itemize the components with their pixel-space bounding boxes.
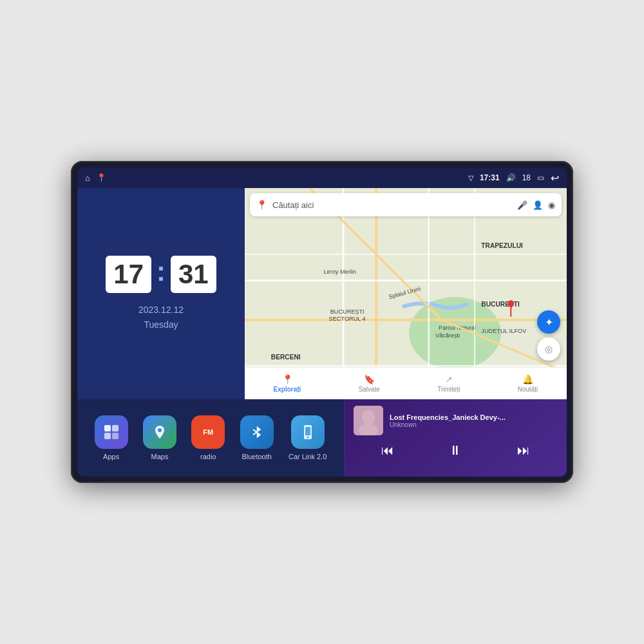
svg-point-32 (307, 437, 308, 439)
apps-icon-box (95, 415, 128, 449)
battery-icon: ▭ (537, 173, 544, 182)
svg-text:Văcărești: Văcărești (435, 332, 460, 339)
carlink-phone-icon (299, 424, 316, 440)
radio-label: radio (200, 453, 216, 460)
next-button[interactable]: ⏭ (511, 440, 536, 460)
volume-icon: 🔊 (506, 173, 516, 182)
svg-text:TRAPEZULUI: TRAPEZULUI (481, 242, 523, 249)
prev-button[interactable]: ⏮ (375, 440, 401, 460)
maps-label: Maps (151, 453, 169, 460)
layers-icon[interactable]: ◉ (548, 200, 555, 210)
map-search-bar[interactable]: 📍 Căutați aici 🎤 👤 ◉ (250, 193, 562, 216)
saved-icon: 🔖 (364, 374, 375, 384)
svg-text:SECTORUL 4: SECTORUL 4 (329, 316, 366, 322)
car-display-device: ⌂ 📍 ▽ 17:31 🔊 18 ▭ ↩ 17 : (71, 161, 573, 483)
status-time: 17:31 (480, 173, 500, 182)
clock-widget: 17 : 31 2023.12.12 Tuesday (77, 188, 245, 399)
status-left: ⌂ 📍 (85, 173, 106, 183)
map-bottom-bar: 📍 Explorați 🔖 Salvate ↗ Trimiteți 🔔 (245, 367, 567, 399)
music-top: Lost Frequencies_Janieck Devy-... Unknow… (354, 406, 558, 435)
map-search-text[interactable]: Căutați aici (272, 200, 512, 210)
top-section: 17 : 31 2023.12.12 Tuesday (77, 188, 567, 399)
explore-label: Explorați (274, 386, 301, 393)
svg-text:JUDEȚUL ILFOV: JUDEȚUL ILFOV (481, 328, 527, 334)
svg-point-34 (362, 410, 375, 425)
svg-rect-28 (112, 433, 118, 439)
device-screen: ⌂ 📍 ▽ 17:31 🔊 18 ▭ ↩ 17 : (77, 167, 567, 477)
clock-minutes: 31 (171, 256, 216, 293)
back-icon[interactable]: ↩ (551, 172, 559, 184)
clock-hours: 17 (106, 256, 151, 293)
svg-rect-25 (104, 425, 111, 431)
main-area: 17 : 31 2023.12.12 Tuesday (77, 188, 567, 477)
map-compass-icon[interactable]: ✦ (537, 310, 560, 334)
bluetooth-label: Bluetooth (242, 453, 271, 460)
carlink-icon-item[interactable]: Car Link 2.0 (289, 415, 327, 460)
bluetooth-icon-box (240, 415, 274, 449)
map-saved-tab[interactable]: 🔖 Salvate (359, 374, 380, 393)
map-area[interactable]: Parcul Natural Văcărești (245, 188, 567, 399)
radio-icon-box: FM (191, 415, 225, 449)
map-send-tab[interactable]: ↗ Trimiteți (437, 374, 460, 393)
album-face-svg (354, 406, 383, 435)
play-pause-button[interactable]: ⏸ (442, 440, 468, 460)
signal-icon: ▽ (468, 174, 473, 182)
bluetooth-symbol-icon (249, 424, 265, 440)
bluetooth-icon-item[interactable]: Bluetooth (240, 415, 274, 460)
radio-icon-item[interactable]: FM radio (191, 415, 225, 460)
map-search-icons: 🎤 👤 ◉ (517, 200, 555, 210)
status-bar: ⌂ 📍 ▽ 17:31 🔊 18 ▭ ↩ (77, 167, 567, 188)
map-explore-tab[interactable]: 📍 Explorați (274, 374, 301, 393)
svg-point-29 (158, 428, 162, 432)
music-artist: Unknown (390, 421, 558, 428)
clock-date: 2023.12.12 Tuesday (138, 303, 184, 332)
maps-icon-box (143, 415, 176, 449)
carlink-label: Car Link 2.0 (289, 453, 327, 460)
music-controls: ⏮ ⏸ ⏭ (354, 440, 558, 460)
music-info: Lost Frequencies_Janieck Devy-... Unknow… (390, 413, 558, 428)
battery-level: 18 (522, 173, 531, 182)
map-news-tab[interactable]: 🔔 Noutăți (518, 374, 538, 393)
apps-label: Apps (103, 453, 119, 460)
app-icons-area: Apps Maps FM (77, 399, 345, 477)
music-player: Lost Frequencies_Janieck Devy-... Unknow… (345, 399, 567, 477)
saved-label: Salvate (359, 386, 380, 393)
svg-text:Leroy Merlin: Leroy Merlin (323, 269, 355, 275)
clock-display: 17 : 31 (106, 256, 216, 293)
clock-colon: : (156, 256, 166, 287)
maps-pin-svg-icon (151, 424, 168, 440)
home-icon[interactable]: ⌂ (85, 173, 90, 183)
bottom-section: Apps Maps FM (77, 399, 567, 477)
status-right: ▽ 17:31 🔊 18 ▭ ↩ (468, 172, 559, 184)
maps-icon-item[interactable]: Maps (143, 415, 176, 460)
mic-icon[interactable]: 🎤 (517, 200, 527, 210)
svg-rect-27 (104, 433, 111, 439)
news-icon: 🔔 (522, 374, 533, 384)
account-icon[interactable]: 👤 (533, 200, 543, 210)
apps-grid-icon (103, 424, 120, 440)
send-icon: ↗ (445, 374, 453, 384)
svg-rect-31 (305, 427, 310, 435)
album-face (354, 406, 383, 435)
map-location-fab[interactable]: ◎ (537, 337, 560, 361)
apps-icon-item[interactable]: Apps (95, 415, 128, 460)
send-label: Trimiteți (437, 386, 460, 393)
map-pin-icon: 📍 (256, 200, 267, 210)
music-title: Lost Frequencies_Janieck Devy-... (390, 413, 558, 421)
explore-icon: 📍 (282, 374, 293, 384)
news-label: Noutăți (518, 386, 538, 393)
carlink-icon-box (291, 415, 325, 449)
svg-text:BERCENI: BERCENI (271, 354, 301, 361)
svg-text:BUCUREȘTI: BUCUREȘTI (330, 308, 365, 315)
svg-rect-26 (112, 425, 118, 431)
maps-nav-icon[interactable]: 📍 (97, 173, 106, 182)
album-art (354, 406, 383, 435)
